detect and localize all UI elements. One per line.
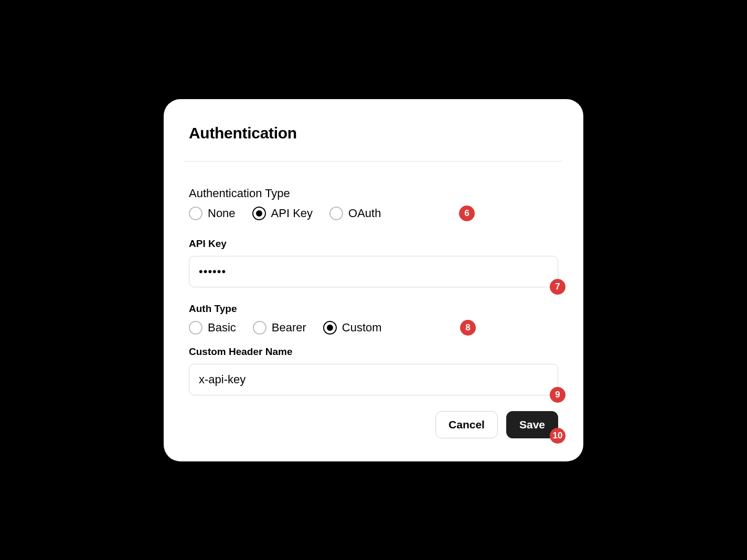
action-row: Cancel Save 10 bbox=[189, 411, 558, 438]
divider bbox=[185, 161, 562, 161]
radio-option-api-key[interactable]: API Key bbox=[252, 207, 313, 220]
radio-icon bbox=[323, 321, 337, 335]
radio-icon bbox=[253, 321, 266, 335]
auth-type-group: Auth Type Basic Bearer Custom 8 bbox=[189, 303, 558, 335]
radio-option-custom[interactable]: Custom bbox=[323, 321, 382, 335]
radio-label: API Key bbox=[271, 207, 313, 220]
auth-type-options: Basic Bearer Custom 8 bbox=[189, 321, 558, 335]
radio-label: None bbox=[208, 207, 236, 220]
radio-label: OAuth bbox=[348, 207, 381, 220]
custom-header-group: Custom Header Name 9 bbox=[189, 346, 558, 395]
authentication-type-label: Authentication Type bbox=[189, 187, 558, 200]
api-key-group: API Key 7 bbox=[189, 238, 558, 287]
annotation-badge-10: 10 bbox=[550, 428, 565, 444]
authentication-type-group: Authentication Type None API Key OAuth 6 bbox=[189, 187, 558, 220]
radio-option-none[interactable]: None bbox=[189, 207, 236, 220]
custom-header-label: Custom Header Name bbox=[189, 346, 558, 358]
custom-header-input[interactable] bbox=[189, 364, 558, 395]
annotation-badge-9: 9 bbox=[550, 387, 565, 403]
authentication-panel: Authentication Authentication Type None … bbox=[164, 99, 583, 461]
auth-type-label: Auth Type bbox=[189, 303, 558, 315]
radio-option-basic[interactable]: Basic bbox=[189, 321, 236, 335]
radio-icon bbox=[329, 207, 343, 220]
panel-title: Authentication bbox=[189, 124, 558, 142]
radio-label: Custom bbox=[342, 321, 382, 335]
annotation-badge-8: 8 bbox=[460, 320, 476, 336]
radio-icon bbox=[189, 207, 202, 220]
radio-option-bearer[interactable]: Bearer bbox=[253, 321, 306, 335]
radio-label: Basic bbox=[208, 321, 236, 335]
radio-icon bbox=[189, 321, 202, 335]
authentication-type-options: None API Key OAuth 6 bbox=[189, 207, 558, 220]
api-key-label: API Key bbox=[189, 238, 558, 250]
cancel-button[interactable]: Cancel bbox=[435, 411, 498, 438]
annotation-badge-7: 7 bbox=[550, 279, 565, 295]
api-key-input[interactable] bbox=[189, 256, 558, 287]
radio-option-oauth[interactable]: OAuth bbox=[329, 207, 381, 220]
radio-icon bbox=[252, 207, 266, 220]
radio-label: Bearer bbox=[272, 321, 306, 335]
annotation-badge-6: 6 bbox=[459, 206, 475, 221]
